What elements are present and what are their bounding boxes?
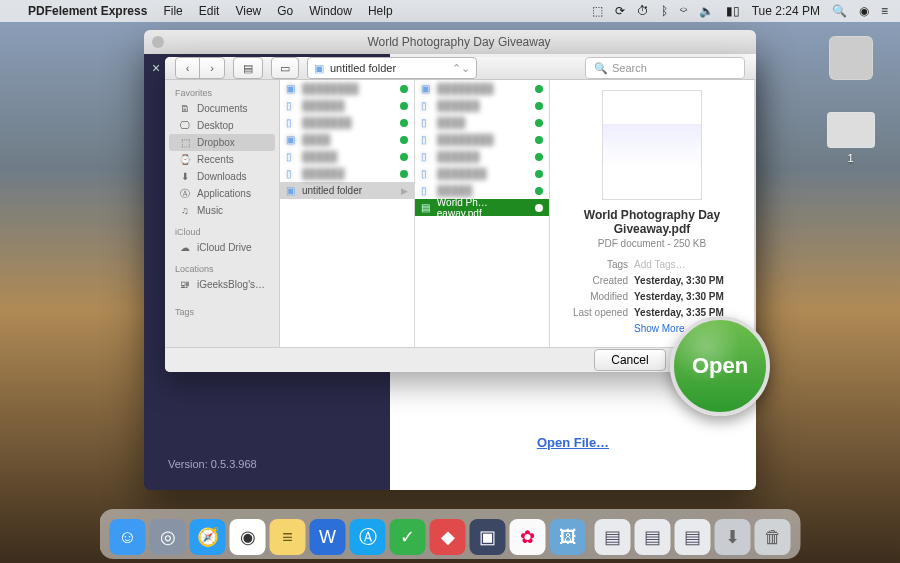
preview-filename: World Photography Day Giveaway.pdf <box>564 208 740 236</box>
sidebar-item-applications[interactable]: ⒶApplications <box>165 185 279 202</box>
sidebar-item-desktop[interactable]: 🖵Desktop <box>165 117 279 134</box>
menu-file[interactable]: File <box>163 4 182 18</box>
list-item[interactable]: ▯█████ <box>280 148 414 165</box>
search-field[interactable]: 🔍 Search <box>585 57 745 79</box>
preview-subtitle: PDF document - 250 KB <box>564 238 740 249</box>
dock-downloads-icon[interactable]: ⬇ <box>715 519 751 555</box>
desktop-screenshot-thumb[interactable]: 1 <box>823 112 878 164</box>
siri-icon[interactable]: ◉ <box>859 4 869 18</box>
stopwatch-icon[interactable]: ⏱ <box>637 4 649 18</box>
list-item[interactable]: ▯███████ <box>280 114 414 131</box>
meta-key-modified: Modified <box>564 289 628 305</box>
list-item-selected-file[interactable]: ▤World Ph…eaway.pdf <box>415 199 549 216</box>
dock-separator <box>590 519 591 555</box>
search-placeholder: Search <box>612 62 647 74</box>
list-item-selected[interactable]: ▣untitled folder▶ <box>280 182 414 199</box>
volume-icon[interactable]: 🔈 <box>699 4 714 18</box>
sync-icon[interactable]: ⟳ <box>615 4 625 18</box>
list-item[interactable]: ▣████████ <box>280 80 414 97</box>
menu-window[interactable]: Window <box>309 4 352 18</box>
add-tags-field[interactable]: Add Tags… <box>634 257 686 273</box>
network-icon: 🖳 <box>179 279 191 290</box>
folder-icon: ▣ <box>421 83 433 94</box>
battery-icon[interactable]: ▮▯ <box>726 4 740 18</box>
sync-dot-icon <box>400 170 408 178</box>
music-icon: ♫ <box>179 205 191 216</box>
path-label: untitled folder <box>330 62 396 74</box>
search-icon: 🔍 <box>594 62 608 75</box>
list-item[interactable]: ▯████ <box>415 114 549 131</box>
desktop-icon: 🖵 <box>179 120 191 131</box>
wifi-icon[interactable]: ⌔ <box>680 4 687 18</box>
sidebar-icloud-header: iCloud <box>165 219 279 239</box>
menu-help[interactable]: Help <box>368 4 393 18</box>
chevron-left-icon[interactable]: ‹ <box>176 58 200 78</box>
meta-key-tags: Tags <box>564 257 628 273</box>
sync-dot-icon <box>535 204 543 212</box>
dock-safari-icon[interactable]: 🧭 <box>190 519 226 555</box>
dropbox-icon[interactable]: ⬚ <box>592 4 603 18</box>
dock-app-icon[interactable]: ◆ <box>430 519 466 555</box>
sidebar-item-downloads[interactable]: ⬇Downloads <box>165 168 279 185</box>
close-icon[interactable]: × <box>152 60 160 76</box>
meta-key-created: Created <box>564 273 628 289</box>
group-button[interactable]: ▭ <box>271 57 299 79</box>
sidebar-item-music[interactable]: ♫Music <box>165 202 279 219</box>
list-item[interactable]: ▯██████ <box>280 97 414 114</box>
dock-notes-icon[interactable]: ≡ <box>270 519 306 555</box>
dock-stack-icon[interactable]: ▤ <box>675 519 711 555</box>
list-item[interactable]: ▯██████ <box>415 97 549 114</box>
nav-back-forward[interactable]: ‹ › <box>175 57 225 79</box>
dock-finder-icon[interactable]: ☺ <box>110 519 146 555</box>
bluetooth-icon[interactable]: ᛒ <box>661 4 668 18</box>
window-title: World Photography Day Giveaway <box>367 35 550 49</box>
path-popup[interactable]: ▣ untitled folder ⌃⌄ <box>307 57 477 79</box>
chevron-right-icon: ▶ <box>401 186 408 196</box>
sidebar-favorites-header: Favorites <box>165 80 279 100</box>
column-2[interactable]: ▣████████ ▯██████ ▯████ ▯████████ ▯█████… <box>415 80 550 347</box>
list-item[interactable]: ▣████ <box>280 131 414 148</box>
dock-check-icon[interactable]: ✓ <box>390 519 426 555</box>
sidebar-item-dropbox[interactable]: ⬚Dropbox <box>169 134 275 151</box>
dock-stack-icon[interactable]: ▤ <box>595 519 631 555</box>
desktop-disk-icon[interactable] <box>823 36 878 84</box>
list-item[interactable]: ▯██████ <box>415 148 549 165</box>
dock-pdfelement-icon[interactable]: ▣ <box>470 519 506 555</box>
dock-word-icon[interactable]: W <box>310 519 346 555</box>
show-more-link[interactable]: Show More <box>634 321 685 337</box>
open-file-link[interactable]: Open File… <box>537 435 609 450</box>
applications-icon: Ⓐ <box>179 187 191 201</box>
spotlight-icon[interactable]: 🔍 <box>832 4 847 18</box>
file-icon: ▯ <box>286 168 298 179</box>
menu-edit[interactable]: Edit <box>199 4 220 18</box>
view-mode-button[interactable]: ▤ <box>233 57 263 79</box>
dock-preview-icon[interactable]: 🖼 <box>550 519 586 555</box>
sidebar-item-icloud-drive[interactable]: ☁iCloud Drive <box>165 239 279 256</box>
dock-photos-icon[interactable]: ✿ <box>510 519 546 555</box>
menubar-app-name[interactable]: PDFelement Express <box>28 4 147 18</box>
dock-launchpad-icon[interactable]: ◎ <box>150 519 186 555</box>
menu-go[interactable]: Go <box>277 4 293 18</box>
dock-stack-icon[interactable]: ▤ <box>635 519 671 555</box>
file-icon: ▯ <box>421 100 433 111</box>
chevron-right-icon[interactable]: › <box>200 58 224 78</box>
list-item[interactable]: ▯██████ <box>280 165 414 182</box>
list-item[interactable]: ▯███████ <box>415 165 549 182</box>
column-1[interactable]: ▣████████ ▯██████ ▯███████ ▣████ ▯█████ … <box>280 80 415 347</box>
screenshot-thumbnail <box>827 112 875 148</box>
menubar-clock[interactable]: Tue 2:24 PM <box>752 4 820 18</box>
cancel-button[interactable]: Cancel <box>594 349 665 371</box>
list-item[interactable]: ▣████████ <box>415 80 549 97</box>
dock-trash-icon[interactable]: 🗑 <box>755 519 791 555</box>
dock-appstore-icon[interactable]: Ⓐ <box>350 519 386 555</box>
list-item[interactable]: ▯████████ <box>415 131 549 148</box>
file-icon: ▯ <box>421 117 433 128</box>
menu-view[interactable]: View <box>235 4 261 18</box>
notification-center-icon[interactable]: ≡ <box>881 4 888 18</box>
sidebar-item-documents[interactable]: 🗎Documents <box>165 100 279 117</box>
sidebar-item-network-loc[interactable]: 🖳iGeeksBlog's… <box>165 276 279 293</box>
sidebar-item-recents[interactable]: ⌚Recents <box>165 151 279 168</box>
window-titlebar[interactable]: World Photography Day Giveaway <box>144 30 756 54</box>
dock-chrome-icon[interactable]: ◉ <box>230 519 266 555</box>
file-icon: ▯ <box>286 100 298 111</box>
